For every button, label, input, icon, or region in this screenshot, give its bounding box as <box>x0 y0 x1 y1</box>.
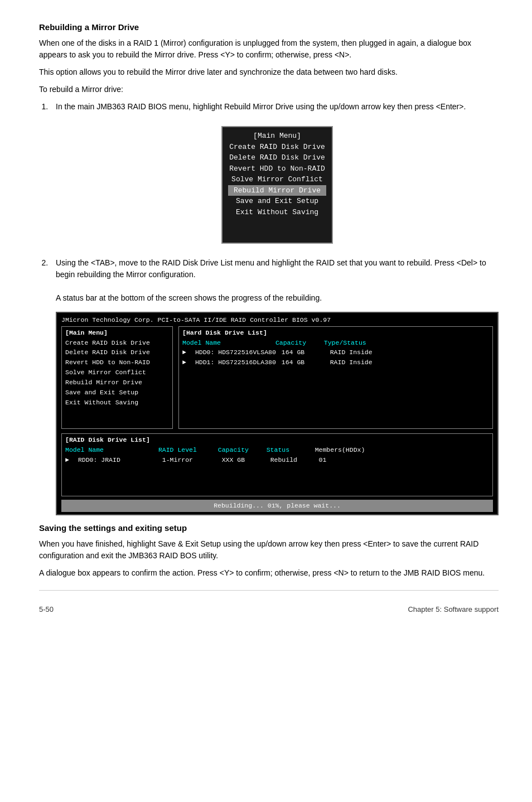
bios-left-item-2: Delete RAID Disk Drive <box>65 347 169 357</box>
step1: In the main JMB363 RAID BIOS menu, highl… <box>50 101 499 249</box>
raid-list-headers: Model Name RAID Level Capacity Status Me… <box>65 445 489 455</box>
raid-row0-arrow: ► <box>65 455 74 465</box>
menu-item-3: Revert HDD to Non-RAID <box>228 163 326 175</box>
raid-spacer3 <box>65 485 489 495</box>
menu-spacer2 <box>228 229 326 240</box>
bios-left-spacer1 <box>65 407 169 417</box>
section2-para1: When you have finished, highlight Save &… <box>39 538 499 562</box>
raid-col-capacity: Capacity <box>218 445 263 455</box>
hdd1-capacity: 164 GB <box>282 357 326 368</box>
section2-para2: A dialogue box appears to confirm the ac… <box>39 567 499 579</box>
page-footer: 5-50 Chapter 5: Software support <box>39 602 499 613</box>
col-type-status: Type/Status <box>324 339 366 346</box>
hdd0-capacity: 164 GB <box>282 347 326 357</box>
raid-col-level: RAID Level <box>158 445 214 455</box>
col-capacity: Capacity <box>275 338 320 348</box>
bios-right-panel: [Hard Disk Drive List] Model Name Capaci… <box>178 326 493 429</box>
raid-row0-members: 01 <box>319 456 327 463</box>
step2: Using the <TAB>, move to the RAID Disk D… <box>50 257 499 515</box>
raid-spacer2 <box>65 475 489 485</box>
section1-title: Rebuilding a Mirror Drive <box>39 22 499 32</box>
bios-left-spacer2 <box>65 417 169 427</box>
steps-list: In the main JMB363 RAID BIOS menu, highl… <box>50 101 499 515</box>
menu-spacer1 <box>228 218 326 229</box>
raid-row-0: ► RDD0: JRAID 1-Mirror XXX GB Rebuild 01 <box>65 455 489 465</box>
hdd0-status: RAID Inside <box>330 349 373 356</box>
raid-row0-capacity: XXX GB <box>222 455 267 465</box>
hdd1-name: HDD1: HDS722516DLA380 <box>195 357 278 368</box>
hdd0-arrow: ► <box>182 347 191 357</box>
footer-page-number: 5-50 <box>39 605 54 613</box>
bios-left-item-3: Revert HDD to Non-RAID <box>65 357 169 368</box>
bios-right-headers: Model Name Capacity Type/Status <box>182 338 489 348</box>
raid-col-members-label: Members(HDDx) <box>315 446 365 453</box>
footer-chapter: Chapter 5: Software support <box>408 605 499 613</box>
bios-left-panel: [Main Menu] Create RAID Disk Drive Delet… <box>61 326 173 429</box>
raid-list-panel: [RAID Disk Drive List] Model Name RAID L… <box>61 433 493 496</box>
hdd1-status: RAID Inside <box>330 359 373 366</box>
col-model-name: Model Name <box>182 338 272 348</box>
section1-para3: To rebuild a Mirror drive: <box>39 84 499 95</box>
menu-item-7: Exit Without Saving <box>228 207 326 218</box>
menu-item-5-highlighted: Rebuild Mirror Drive <box>228 185 326 196</box>
bios-right-spacer1 <box>182 368 489 378</box>
bios-hdd0-row: ► HDD0: HDS722516VLSA80 164 GB RAID Insi… <box>182 347 489 357</box>
raid-row0-name: RDD0: JRAID <box>78 455 158 465</box>
page-divider <box>39 590 499 591</box>
menu-item-4: Solve Mirror Conflict <box>228 174 326 185</box>
bios-hdd1-row: ► HDD1: HDS722516DLA380 164 GB RAID Insi… <box>182 357 489 368</box>
bios-status-bar: Rebuilding... 01%, please wait... <box>61 500 493 512</box>
menu-item-6: Save and Exit Setup <box>228 196 326 207</box>
section1-para2: This option allows you to rebuild the Mi… <box>39 66 499 78</box>
raid-row0-status: Rebuild <box>270 455 315 465</box>
bios-right-title: [Hard Disk Drive List] <box>182 328 489 338</box>
bios-screenshot: JMicron Technology Corp. PCI-to-SATA II/… <box>56 312 499 515</box>
menu-item-1: Create RAID Disk Drive <box>228 142 326 153</box>
raid-list-title: [RAID Disk Drive List] <box>65 435 489 445</box>
hdd0-name: HDD0: HDS722516VLSA80 <box>195 347 278 357</box>
bios-left-item-7: Exit Without Saving <box>65 398 169 408</box>
bios-left-item-5: Rebuild Mirror Drive <box>65 378 169 388</box>
raid-col-status: Status <box>267 445 311 455</box>
bios-left-item-4: Solve Mirror Conflict <box>65 368 169 378</box>
section1-para1: When one of the disks in a RAID 1 (Mirro… <box>39 37 499 61</box>
main-menu-box: [Main Menu] Create RAID Disk Drive Delet… <box>221 126 333 244</box>
section2-title: Saving the settings and exiting setup <box>39 523 499 533</box>
bios-left-item-6: Save and Exit Setup <box>65 388 169 398</box>
hdd1-arrow: ► <box>182 357 191 368</box>
raid-spacer1 <box>65 465 489 475</box>
bios-panels: [Main Menu] Create RAID Disk Drive Delet… <box>61 326 493 429</box>
bios-top-bar: JMicron Technology Corp. PCI-to-SATA II/… <box>61 315 493 325</box>
raid-col-model: Model Name <box>65 445 154 455</box>
main-menu-title: [Main Menu] <box>253 132 301 140</box>
bios-left-item-1: Create RAID Disk Drive <box>65 338 169 348</box>
bios-left-title: [Main Menu] <box>65 328 169 338</box>
main-menu-diagram: [Main Menu] Create RAID Disk Drive Delet… <box>56 120 499 249</box>
raid-row0-level: 1-Mirror <box>162 455 218 465</box>
bios-right-spacer2 <box>182 378 489 388</box>
menu-item-2: Delete RAID Disk Drive <box>228 152 326 163</box>
